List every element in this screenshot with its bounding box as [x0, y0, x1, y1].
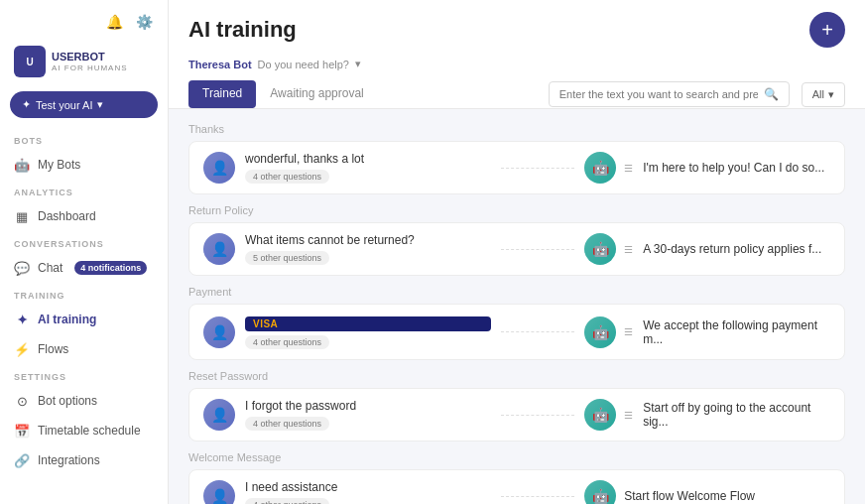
category-label: Thanks: [188, 123, 845, 135]
question-section: VISA 4 other questions: [245, 315, 491, 349]
category-welcome-message: Welcome Message 👤 I need assistance 4 ot…: [188, 451, 845, 504]
question-section: What items cannot be returned? 5 other q…: [245, 233, 491, 265]
response-text: I'm here to help you! Can I do so...: [643, 161, 824, 175]
visa-badge: VISA: [245, 316, 491, 331]
ai-icon: ✦: [22, 98, 31, 111]
category-return-policy: Return Policy 👤 What items cannot be ret…: [188, 204, 845, 276]
response-section: 🤖 ☰ A 30-days return policy applies f...: [584, 233, 830, 265]
response-section: 🤖 ☰ Start off by going to the account si…: [584, 399, 830, 431]
other-questions-badge: 4 other questions: [245, 417, 329, 431]
chat-badge: 4 notifications: [74, 261, 147, 275]
breadcrumb: Theresa Bot Do you need help? ▾: [188, 58, 845, 70]
test-ai-label: Test your AI: [36, 99, 92, 111]
category-label: Payment: [188, 286, 845, 298]
avatar: 👤: [203, 399, 235, 431]
table-row[interactable]: 👤 I need assistance 4 other questions 🤖 …: [188, 469, 845, 504]
sidebar-item-ai-training[interactable]: ✦ AI training: [0, 305, 168, 334]
table-row[interactable]: 👤 VISA 4 other questions 🤖 ☰ We accept t…: [188, 304, 845, 360]
tab-trained[interactable]: Trained: [188, 80, 256, 108]
logo-text: USERBOT: [52, 51, 128, 63]
section-analytics-label: ANALYTICS: [0, 180, 168, 201]
sidebar-item-label: Chat: [38, 261, 62, 275]
bot-avatar: 🤖: [584, 480, 616, 504]
settings-icon[interactable]: ⚙️: [134, 12, 154, 32]
sidebar-item-label: My Bots: [38, 158, 80, 172]
response-text: We accept the following payment m...: [643, 318, 830, 346]
tab-row: Trained Awaiting approval 🔍 All ▾: [188, 80, 845, 108]
section-bots-label: BOTS: [0, 128, 168, 150]
tabs: Trained Awaiting approval: [188, 80, 378, 108]
response-type-icon: ☰: [624, 244, 633, 255]
question-section: I need assistance 4 other questions: [245, 480, 491, 504]
avatar: 👤: [203, 316, 235, 348]
question-text: What items cannot be returned?: [245, 233, 491, 247]
sidebar-item-chat[interactable]: 💬 Chat 4 notifications: [0, 253, 168, 283]
sidebar-item-label: Flows: [38, 342, 68, 356]
section-settings-label: SETTINGS: [0, 364, 168, 386]
bot-avatar: 🤖: [584, 152, 616, 184]
search-bar: 🔍: [549, 81, 790, 107]
question-text: wonderful, thanks a lot: [245, 152, 491, 166]
breadcrumb-bot: Theresa Bot: [188, 59, 252, 70]
divider: [501, 331, 574, 332]
logo-icon: U: [14, 46, 46, 77]
question-text: I need assistance: [245, 480, 491, 494]
breadcrumb-sep: Do you need help?: [258, 59, 349, 70]
bot-avatar: 🤖: [584, 399, 616, 431]
test-ai-button[interactable]: ✦ Test your AI ▾: [10, 91, 158, 118]
response-type-icon: ☰: [624, 326, 633, 337]
other-questions-badge: 4 other questions: [245, 170, 329, 184]
bot-options-icon: ⊙: [14, 393, 30, 409]
avatar: 👤: [203, 152, 235, 184]
breadcrumb-arrow[interactable]: ▾: [355, 58, 361, 70]
category-label: Welcome Message: [188, 451, 845, 463]
search-input[interactable]: [559, 88, 758, 100]
bot-avatar: 🤖: [584, 233, 616, 265]
ai-training-icon: ✦: [14, 312, 30, 327]
filter-label: All: [812, 88, 824, 100]
category-thanks: Thanks 👤 wonderful, thanks a lot 4 other…: [188, 123, 845, 194]
integrations-icon: 🔗: [14, 452, 30, 468]
sidebar-item-dashboard[interactable]: ▦ Dashboard: [0, 201, 168, 231]
search-icon: 🔍: [764, 87, 779, 101]
question-section: wonderful, thanks a lot 4 other question…: [245, 152, 491, 184]
table-row[interactable]: 👤 What items cannot be returned? 5 other…: [188, 222, 845, 276]
divider: [501, 168, 574, 169]
sidebar-item-integrations[interactable]: 🔗 Integrations: [0, 445, 168, 475]
category-payment: Payment 👤 VISA 4 other questions 🤖 ☰ We …: [188, 286, 845, 360]
response-text: Start off by going to the account sig...: [643, 401, 830, 429]
sidebar-item-my-bots[interactable]: 🤖 My Bots: [0, 150, 168, 180]
response-text: A 30-days return policy applies f...: [643, 242, 821, 256]
sidebar-item-label: AI training: [38, 313, 96, 326]
sidebar-item-label: Dashboard: [38, 209, 96, 223]
category-label: Return Policy: [188, 204, 845, 216]
sidebar-item-timetable[interactable]: 📅 Timetable schedule: [0, 416, 168, 445]
section-conversations-label: CONVERSATIONS: [0, 231, 168, 253]
tab-awaiting-approval[interactable]: Awaiting approval: [256, 80, 378, 108]
sidebar-item-bot-options[interactable]: ⊙ Bot options: [0, 386, 168, 416]
bot-avatar: 🤖: [584, 316, 616, 348]
bots-icon: 🤖: [14, 157, 30, 173]
divider: [501, 496, 574, 497]
chevron-icon: ▾: [97, 98, 103, 111]
bell-icon[interactable]: 🔔: [104, 12, 124, 32]
topbar: AI training + Theresa Bot Do you need he…: [169, 0, 865, 109]
divider: [501, 249, 574, 250]
table-row[interactable]: 👤 wonderful, thanks a lot 4 other questi…: [188, 141, 845, 194]
other-questions-badge: 5 other questions: [245, 251, 329, 265]
response-type-icon: ☰: [624, 410, 633, 421]
add-button[interactable]: +: [809, 12, 845, 48]
section-training-label: TRAINING: [0, 283, 168, 305]
chat-icon: 💬: [14, 260, 30, 276]
logo: U USERBOT AI FOR HUMANS: [0, 40, 168, 91]
main-content: AI training + Theresa Bot Do you need he…: [169, 0, 865, 504]
response-section: 🤖 ☰ We accept the following payment m...: [584, 316, 830, 348]
table-row[interactable]: 👤 I forgot the password 4 other question…: [188, 388, 845, 441]
filter-button[interactable]: All ▾: [802, 82, 845, 107]
sidebar: 🔔 ⚙️ U USERBOT AI FOR HUMANS ✦ Test your…: [0, 0, 169, 504]
sidebar-item-label: Integrations: [38, 453, 100, 467]
question-section: I forgot the password 4 other questions: [245, 399, 491, 431]
page-title: AI training: [188, 17, 297, 43]
sidebar-item-flows[interactable]: ⚡ Flows: [0, 334, 168, 364]
category-label: Reset Password: [188, 370, 845, 382]
